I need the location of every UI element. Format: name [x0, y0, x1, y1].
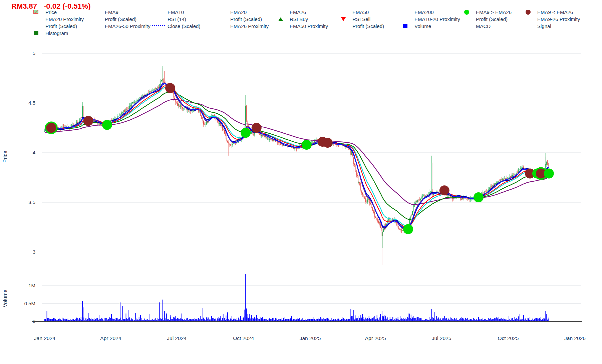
ema9-below-ema26-marker — [165, 83, 175, 93]
ema26-line — [45, 87, 549, 226]
price-axis-title: Price — [2, 151, 8, 163]
svg-text:Jan 2024: Jan 2024 — [34, 335, 55, 341]
volume-series — [45, 274, 549, 321]
profit-scaled-line — [45, 84, 549, 229]
svg-text:Oct 2025: Oct 2025 — [498, 335, 519, 341]
axes: 54.543.531M0.5M0Jan 2024Apr 2024Jul 2024… — [24, 50, 586, 341]
ema9-below-ema26-marker — [323, 138, 333, 148]
ema9-above-ema26-marker — [544, 169, 554, 179]
ema10-line — [45, 83, 549, 229]
date-axis-ticks: Jan 2024Apr 2024Jul 2024Oct 2024Jan 2025… — [34, 335, 586, 341]
svg-text:4.5: 4.5 — [28, 100, 35, 106]
svg-text:Jan 2026: Jan 2026 — [564, 335, 586, 341]
svg-text:4: 4 — [33, 150, 35, 155]
candle-bodies-up — [45, 79, 549, 236]
volume-bars — [45, 274, 549, 321]
ema9-below-ema26-marker — [83, 116, 93, 126]
price-axis-ticks: 54.543.53 — [28, 50, 35, 255]
volume-axis-ticks: 1M0.5M0 — [24, 283, 35, 324]
candlestick-series — [45, 66, 549, 265]
ema9-above-ema26-marker — [302, 140, 312, 150]
stock-chart-canvas: 54.543.531M0.5M0Jan 2024Apr 2024Jul 2024… — [0, 0, 602, 364]
ema50-line — [45, 92, 549, 220]
svg-text:5: 5 — [33, 50, 35, 56]
crossover-markers — [45, 83, 554, 234]
candle-bodies-down — [47, 79, 548, 236]
ema9-below-ema26-marker — [252, 123, 262, 133]
ema9-above-ema26-marker — [241, 128, 251, 138]
gridlines — [42, 53, 581, 304]
svg-text:Apr 2024: Apr 2024 — [100, 335, 121, 341]
ema9-above-ema26-marker — [102, 120, 112, 130]
ema9-above-ema26-marker — [403, 224, 413, 234]
svg-text:0.5M: 0.5M — [24, 301, 35, 306]
ema20-line — [45, 86, 549, 227]
svg-text:Jan 2025: Jan 2025 — [300, 335, 321, 341]
ema9-below-ema26-marker — [46, 123, 56, 133]
svg-text:Oct 2024: Oct 2024 — [233, 335, 254, 341]
svg-text:Jul 2025: Jul 2025 — [432, 335, 451, 341]
candle-wicks-up — [45, 66, 549, 248]
ema9-line — [45, 83, 549, 229]
svg-text:3.5: 3.5 — [28, 199, 35, 205]
ema9-above-ema26-marker — [474, 192, 484, 202]
svg-text:1M: 1M — [28, 283, 35, 288]
ema-lines — [45, 83, 549, 229]
svg-text:0: 0 — [33, 318, 35, 324]
ema9-below-ema26-marker — [439, 185, 449, 195]
ema200-line — [45, 99, 549, 205]
svg-text:Jul 2024: Jul 2024 — [167, 335, 187, 341]
volume-axis-title: Volume — [2, 289, 8, 307]
candle-wicks-down — [47, 68, 548, 265]
svg-text:3: 3 — [33, 249, 35, 255]
svg-text:Apr 2025: Apr 2025 — [365, 335, 386, 341]
